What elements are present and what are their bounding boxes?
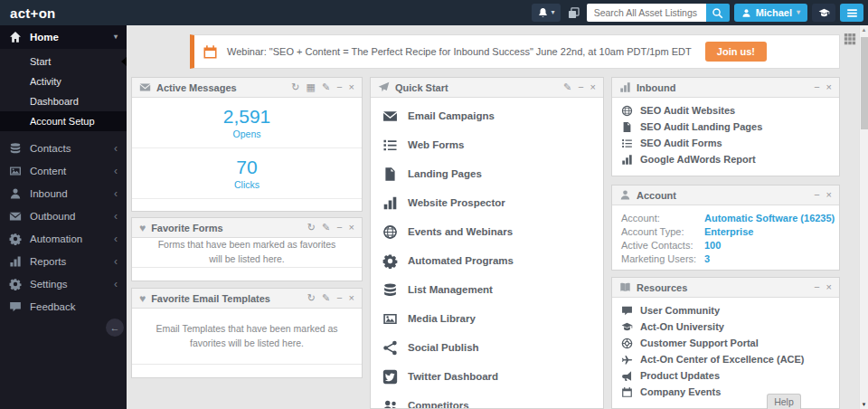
minimize-icon[interactable]: −: [814, 190, 819, 200]
sidebar-item-contacts[interactable]: Contacts ‹: [0, 137, 127, 159]
asset-search: [587, 4, 730, 22]
sidebar-item-outbound[interactable]: Outbound ‹: [0, 204, 127, 227]
account-type-value[interactable]: Enterprise: [704, 226, 753, 237]
quick-start-media-library[interactable]: Media Library: [371, 304, 603, 333]
minimize-icon[interactable]: −: [578, 82, 583, 92]
active-messages-widget: Active Messages ↻ ▦ ✎ − × 2,591 Opens 70…: [131, 77, 363, 212]
edit-icon[interactable]: ✎: [563, 82, 571, 92]
chevron-icon: ‹: [114, 143, 118, 154]
account-row-label: Marketing Users:: [621, 253, 704, 264]
university-button[interactable]: [812, 4, 835, 22]
opens-link[interactable]: Opens: [233, 128, 261, 139]
edit-icon[interactable]: ✎: [322, 293, 330, 303]
minimize-icon[interactable]: −: [336, 223, 342, 233]
close-icon[interactable]: ×: [349, 82, 354, 92]
quick-start-twitter-dashboard[interactable]: Twitter Dashboard: [371, 362, 603, 391]
inbound-google-adwords-report[interactable]: Google AdWords Report: [612, 151, 839, 167]
widget-layout-button[interactable]: [844, 33, 856, 45]
apps-menu-button[interactable]: [840, 4, 863, 22]
help-tab[interactable]: Help: [767, 394, 801, 409]
file-icon: [621, 121, 633, 133]
minimize-icon[interactable]: −: [336, 82, 342, 92]
quick-start-events-webinars[interactable]: Events and Webinars: [371, 217, 603, 246]
clicks-count[interactable]: 70: [236, 157, 257, 178]
refresh-icon[interactable]: ↻: [307, 293, 316, 303]
inbound-seo-audit-landing-pages[interactable]: SEO Audit Landing Pages: [612, 119, 839, 135]
close-icon[interactable]: ×: [826, 190, 832, 200]
close-icon[interactable]: ×: [349, 223, 354, 233]
sidebar-item-home[interactable]: Home ▾: [0, 25, 127, 49]
edit-icon[interactable]: ✎: [322, 82, 330, 92]
sidebar-item-label: Reports: [30, 256, 66, 267]
resource-ace[interactable]: Act-On Center of Excellence (ACE): [612, 351, 839, 367]
resource-user-community[interactable]: User Community: [612, 302, 839, 319]
close-icon[interactable]: ×: [826, 82, 832, 92]
page-scrollbar[interactable]: ▲ ▼: [859, 25, 868, 409]
inbound-seo-audit-websites[interactable]: SEO Audit Websites: [612, 102, 839, 119]
refresh-icon[interactable]: ↻: [307, 223, 316, 233]
quick-start-website-prospector[interactable]: Website Prospector: [371, 188, 603, 217]
table-icon[interactable]: ▦: [307, 82, 316, 92]
sidebar-item-activity[interactable]: Activity: [0, 71, 127, 91]
quick-start-automated-programs[interactable]: Automated Programs: [371, 246, 603, 275]
resource-customer-support-portal[interactable]: Customer Support Portal: [612, 335, 839, 351]
inbound-seo-audit-forms[interactable]: SEO Audit Forms: [612, 135, 839, 151]
list-item-label: Google AdWords Report: [640, 154, 756, 165]
calendar-icon: [203, 44, 218, 60]
resource-company-events[interactable]: Company Events: [612, 384, 839, 400]
sidebar-item-dashboard[interactable]: Dashboard: [0, 91, 127, 111]
active-contacts-value[interactable]: 100: [704, 240, 721, 251]
account-row-label: Account:: [621, 213, 704, 224]
scroll-down-arrow-icon[interactable]: ▼: [860, 402, 868, 407]
search-input[interactable]: [587, 4, 706, 22]
clicks-link[interactable]: Clicks: [234, 179, 259, 190]
grid-icon: [844, 33, 856, 45]
user-icon: [741, 8, 751, 18]
assets-button[interactable]: [565, 4, 582, 22]
resource-act-on-university[interactable]: Act-On University: [612, 319, 839, 335]
quick-start-email-campaigns[interactable]: Email Campaigns: [371, 101, 603, 130]
scrollbar-thumb[interactable]: [861, 37, 868, 129]
sidebar-item-account-setup[interactable]: Account Setup: [0, 111, 127, 131]
quick-start-social-publish[interactable]: Social Publish: [371, 333, 603, 362]
twitter-icon: [382, 369, 398, 385]
sidebar-collapse-button[interactable]: ←: [106, 319, 124, 337]
sidebar-item-inbound[interactable]: Inbound ‹: [0, 182, 127, 204]
account-name-value[interactable]: Automatic Software (16235): [704, 213, 835, 224]
sidebar-item-reports[interactable]: Reports ‹: [0, 250, 127, 272]
widget-header: ♥ Favorite Email Templates ↻ ✎ − ×: [132, 289, 362, 309]
sidebar-item-feedback[interactable]: Feedback: [0, 295, 127, 318]
widget-header: Quick Start ✎ − ×: [371, 78, 603, 98]
quick-start-web-forms[interactable]: Web Forms: [371, 130, 603, 159]
minimize-icon[interactable]: −: [814, 282, 819, 292]
quick-start-list-management[interactable]: List Management: [371, 275, 603, 304]
search-button[interactable]: [706, 4, 730, 22]
scroll-up-arrow-icon[interactable]: ▲: [860, 27, 868, 33]
sidebar-item-automation[interactable]: Automation ‹: [0, 227, 127, 250]
opens-count[interactable]: 2,591: [223, 106, 271, 128]
refresh-icon[interactable]: ↻: [291, 82, 299, 92]
sidebar-item-label: Settings: [30, 279, 68, 290]
empty-state-text: Forms that have been marked as favorites…: [132, 238, 362, 268]
edit-icon[interactable]: ✎: [322, 223, 330, 233]
close-icon[interactable]: ×: [590, 82, 596, 92]
list-item-label: Customer Support Portal: [640, 338, 759, 348]
user-menu-button[interactable]: Michael ▾: [734, 4, 807, 22]
resource-product-updates[interactable]: Product Updates: [612, 367, 839, 384]
close-icon[interactable]: ×: [826, 282, 832, 292]
share-icon: [382, 340, 398, 356]
sidebar-item-settings[interactable]: Settings ‹: [0, 272, 127, 295]
quick-start-landing-pages[interactable]: Landing Pages: [371, 159, 603, 188]
notifications-button[interactable]: ▾: [532, 4, 561, 22]
minimize-icon[interactable]: −: [814, 82, 819, 92]
marketing-users-value[interactable]: 3: [704, 253, 710, 264]
join-us-button[interactable]: Join us!: [705, 42, 767, 62]
account-name-row: Account: Automatic Software (16235): [612, 211, 839, 224]
sidebar-item-content[interactable]: Content ‹: [0, 159, 127, 182]
minimize-icon[interactable]: −: [336, 293, 342, 303]
sidebar-item-start[interactable]: Start: [0, 52, 127, 71]
list-item-label: Act-On Center of Excellence (ACE): [640, 354, 805, 365]
act-on-logo[interactable]: act+on: [0, 5, 66, 21]
close-icon[interactable]: ×: [349, 293, 354, 303]
quick-start-competitors[interactable]: Competitors: [371, 391, 603, 409]
